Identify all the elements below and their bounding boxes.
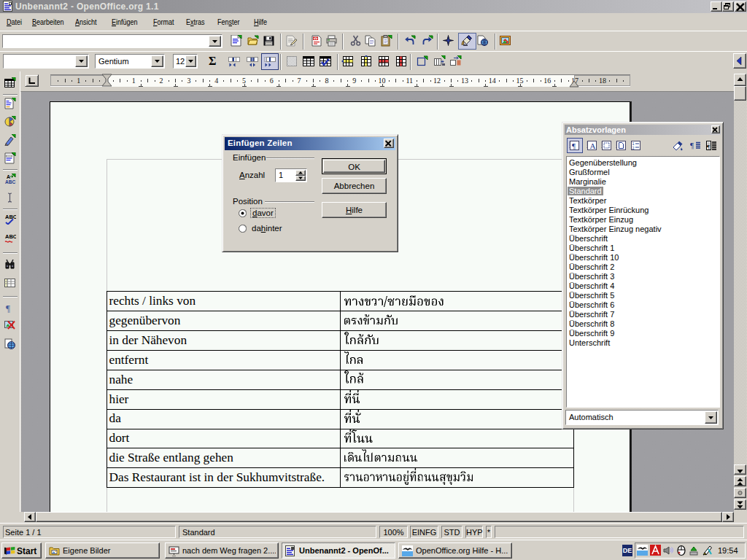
svg-text:ABC: ABC: [5, 233, 16, 240]
svg-text:ABC: ABC: [5, 214, 16, 220]
svg-text:¶: ¶: [690, 141, 694, 149]
svg-text:ABC: ABC: [5, 179, 15, 184]
svg-text:¶: ¶: [6, 303, 10, 314]
svg-text:¶: ¶: [572, 141, 576, 150]
svg-text:A: A: [590, 141, 596, 150]
svg-text:2: 2: [632, 146, 635, 150]
svg-text:A: A: [7, 174, 10, 179]
svg-text:¶: ¶: [707, 144, 710, 151]
